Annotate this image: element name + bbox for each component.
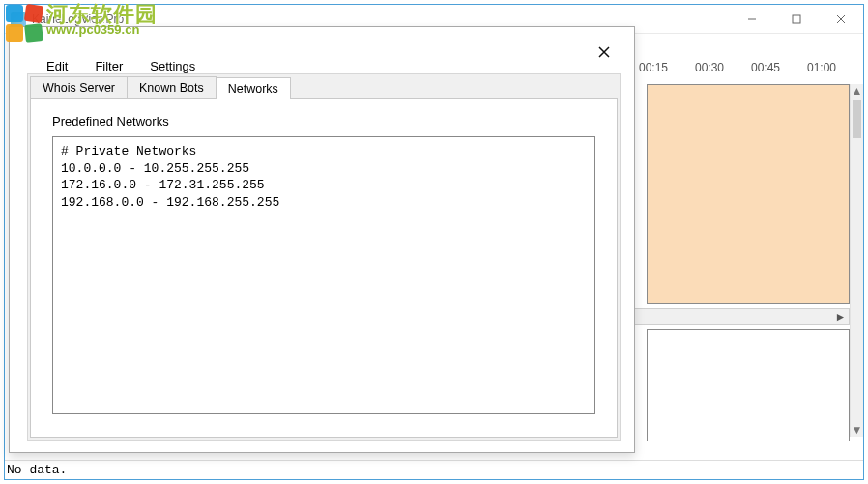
time-mark: 01:00 <box>794 61 850 78</box>
tab-networks[interactable]: Networks <box>216 77 291 99</box>
window-title: KaineLogViewPro <box>32 13 124 26</box>
app-icon <box>11 12 26 27</box>
tab-whois-server[interactable]: Whois Server <box>30 76 128 98</box>
time-mark: 00:30 <box>681 61 738 78</box>
predefined-networks-label: Predefined Networks <box>52 114 595 128</box>
svg-rect-0 <box>793 15 800 23</box>
minimize-button[interactable] <box>730 5 774 34</box>
close-button[interactable] <box>819 5 863 34</box>
scroll-right-icon[interactable]: ► <box>832 309 849 324</box>
dialog-menu-filter[interactable]: Filter <box>81 57 136 75</box>
detail-panel-right[interactable] <box>647 329 850 441</box>
time-mark: 00:45 <box>738 61 794 78</box>
tab-known-bots[interactable]: Known Bots <box>127 76 217 98</box>
predefined-networks-input[interactable] <box>52 136 595 414</box>
tab-panel-networks: Predefined Networks <box>30 98 618 438</box>
maximize-button[interactable] <box>774 5 819 34</box>
vertical-scrollbar[interactable]: ▲ ▼ <box>850 84 863 437</box>
settings-dialog: Edit Filter Settings Whois Server Known … <box>9 26 635 453</box>
dialog-menubar: Edit Filter Settings <box>10 56 634 75</box>
dialog-body: Whois Server Known Bots Networks Predefi… <box>27 73 621 441</box>
dialog-titlebar <box>10 27 634 56</box>
dialog-menu-edit[interactable]: Edit <box>33 57 81 75</box>
dialog-close-button[interactable] <box>582 39 626 66</box>
scroll-down-icon[interactable]: ▼ <box>851 423 863 437</box>
vscroll-thumb[interactable] <box>853 100 861 138</box>
dialog-menu-settings[interactable]: Settings <box>136 57 209 75</box>
scroll-up-icon[interactable]: ▲ <box>851 84 863 98</box>
status-text: No data. <box>7 463 67 477</box>
tabstrip: Whois Server Known Bots Networks <box>28 74 620 98</box>
chart-panel-right[interactable] <box>647 84 850 304</box>
status-bar: No data. <box>5 460 863 479</box>
